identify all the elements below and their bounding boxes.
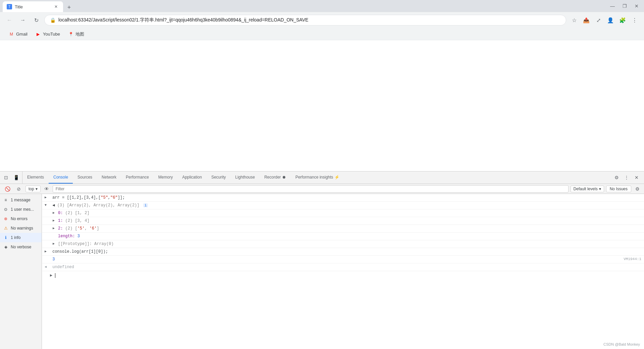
address-actions: ☆ 📤 ⤢ 👤 🧩 ⋮ [569, 15, 640, 26]
expand-arrow-proto[interactable]: ▶ [53, 241, 55, 246]
sidebar-messages-label: 1 message [11, 198, 31, 202]
bookmark-gmail[interactable]: M Gmail [5, 30, 31, 38]
console-output[interactable]: ▶ arr = [[1,2],[3,4],["5","6"]]; ▼ ◀ (3)… [42, 194, 644, 349]
gmail-icon: M [9, 32, 14, 37]
main-content: ⊡ 📱 Elements Console Sources Network Per… [0, 40, 644, 349]
lock-icon: 🔒 [50, 17, 56, 23]
console-line-log[interactable]: ▶ console.log(arr[1][0]); [42, 248, 644, 256]
tab-application[interactable]: Application [177, 171, 207, 184]
page-area [0, 40, 644, 171]
tab-lighthouse[interactable]: Lighthouse [230, 171, 260, 184]
filter-toggle-button[interactable]: ⊘ [14, 184, 23, 194]
title-bar: T Title ✕ + — ❐ ✕ [0, 0, 644, 12]
no-issues-label: No Issues [610, 187, 628, 191]
new-tab-button[interactable]: + [64, 3, 74, 12]
menu-button[interactable]: ⋮ [629, 15, 640, 26]
messages-icon: ≡ [3, 197, 9, 203]
tab-performance-insights[interactable]: Performance insights ⚡ [291, 171, 344, 184]
expand-arrow-1[interactable]: ▶ [45, 195, 47, 200]
url-text: localhost:63342/JavaScript/lesson02/1.字符… [58, 17, 560, 23]
context-value: top [29, 187, 34, 191]
tab-security[interactable]: Security [207, 171, 230, 184]
console-tree-length: length: 3 [42, 233, 644, 240]
expand-arrow-log[interactable]: ▶ [45, 249, 47, 254]
levels-selector[interactable]: Default levels ▾ [571, 186, 604, 192]
console-result-3: 3 VM1944:1 [42, 256, 644, 263]
console-tree-1[interactable]: ▶ 1: (2) [3, 4] [42, 217, 644, 225]
context-selector[interactable]: top ▾ [25, 186, 41, 192]
maps-icon: 📍 [68, 32, 73, 37]
tab-network[interactable]: Network [97, 171, 121, 184]
forward-button[interactable]: → [17, 15, 28, 26]
tab-bar: T Title ✕ + [3, 0, 606, 12]
inspect-element-button[interactable]: ⊡ [1, 173, 11, 182]
console-tree-text-2: 2: (2) ['5', '6'] [58, 226, 641, 232]
tab-console[interactable]: Console [49, 171, 73, 184]
extensions-button[interactable]: 🧩 [617, 15, 628, 26]
console-toolbar: 🚫 ⊘ top ▾ 👁 Default levels ▾ No Issues ⚙ [0, 184, 644, 194]
info-icon: ℹ [3, 235, 9, 241]
bookmark-maps[interactable]: 📍 地图 [65, 30, 88, 39]
console-settings-button[interactable]: ⚙ [633, 185, 641, 193]
console-tree-proto[interactable]: ▶ [[Prototype]]: Array(0) [42, 240, 644, 248]
bookmark-youtube[interactable]: ▶ YouTube [32, 30, 63, 38]
tab-recorder[interactable]: Recorder ⏺ [260, 171, 291, 184]
expand-arrow-tree-2[interactable]: ▶ [53, 226, 55, 231]
watermark: CSDN @Bald Monkey [603, 342, 640, 346]
filter-input[interactable] [53, 185, 569, 193]
browser-tab[interactable]: T Title ✕ [3, 1, 63, 12]
profile-button[interactable]: 👤 [605, 15, 616, 26]
console-line-2[interactable]: ▼ ◀ (3) [Array(2), Array(2), Array(2)] i [42, 202, 644, 209]
bookmark-maps-label: 地图 [75, 31, 84, 37]
levels-dropdown-icon: ▾ [599, 187, 601, 191]
eye-button[interactable]: 👁 [43, 185, 51, 193]
tab-sources[interactable]: Sources [73, 171, 97, 184]
sidebar-item-info[interactable]: ℹ 1 info [0, 233, 42, 242]
devtools-toolbar: ⊡ 📱 Elements Console Sources Network Per… [0, 171, 644, 184]
sidebar-item-warnings[interactable]: ⚠ No warnings [0, 223, 42, 233]
url-bar[interactable]: 🔒 localhost:63342/JavaScript/lesson02/1.… [44, 15, 566, 26]
clear-console-button[interactable]: 🚫 [3, 184, 12, 194]
tab-memory[interactable]: Memory [154, 171, 177, 184]
no-issues-button[interactable]: No Issues [606, 186, 631, 192]
sidebar-item-messages[interactable]: ≡ 1 message [0, 195, 42, 205]
user-messages-icon: ⊙ [3, 206, 9, 212]
bookmark-star-button[interactable]: ☆ [569, 15, 580, 26]
vm-location: VM1944:1 [624, 256, 641, 262]
zoom-button[interactable]: ⤢ [593, 15, 604, 26]
close-button[interactable]: ✕ [632, 1, 641, 11]
devtools-more-button[interactable]: ⋮ [622, 173, 631, 182]
console-tree-0[interactable]: ▶ 0: (2) [1, 2] [42, 209, 644, 217]
expand-arrow-tree-0[interactable]: ▶ [53, 210, 55, 215]
back-button[interactable]: ← [4, 15, 15, 26]
console-tree-2[interactable]: ▶ 2: (2) ['5', '6'] [42, 225, 644, 233]
tab-performance[interactable]: Performance [121, 171, 154, 184]
tab-elements[interactable]: Elements [22, 171, 49, 184]
restore-button[interactable]: ❐ [620, 1, 629, 11]
sidebar-item-errors[interactable]: ⊗ No errors [0, 214, 42, 223]
cast-button[interactable]: 📤 [581, 15, 592, 26]
console-tree-text-1: 1: (2) [3, 4] [58, 218, 641, 224]
reload-button[interactable]: ↻ [31, 15, 42, 26]
tab-close-button[interactable]: ✕ [53, 4, 59, 10]
context-dropdown-icon: ▾ [36, 187, 38, 191]
devtools-close-button[interactable]: ✕ [632, 173, 641, 182]
device-toolbar-button[interactable]: 📱 [11, 173, 21, 182]
console-input-cursor[interactable] [55, 272, 55, 279]
expand-arrow-undef: ◀ [45, 264, 47, 269]
sidebar-item-verbose[interactable]: ◈ No verbose [0, 242, 42, 252]
console-line-1[interactable]: ▶ arr = [[1,2],[3,4],["5","6"]]; [42, 194, 644, 202]
sidebar-user-messages-label: 1 user mes... [11, 207, 34, 212]
devtools-settings-button[interactable]: ⚙ [612, 173, 621, 182]
devtools-tabs: Elements Console Sources Network Perform… [22, 171, 609, 184]
expand-arrow-tree-1[interactable]: ▶ [53, 218, 55, 223]
console-text-2: ◀ (3) [Array(2), Array(2), Array(2)] i [50, 202, 641, 208]
console-tree-proto-text: [[Prototype]]: Array(0) [58, 241, 641, 247]
sidebar-warnings-label: No warnings [11, 226, 33, 231]
expand-arrow-2[interactable]: ▼ [45, 203, 47, 208]
console-input-line[interactable]: ▶ [42, 271, 644, 280]
sidebar-errors-label: No errors [11, 216, 28, 221]
sidebar-item-user-messages[interactable]: ⊙ 1 user mes... [0, 205, 42, 214]
console-text-1: arr = [[1,2],[3,4],["5","6"]]; [50, 195, 641, 201]
minimize-button[interactable]: — [608, 1, 617, 11]
